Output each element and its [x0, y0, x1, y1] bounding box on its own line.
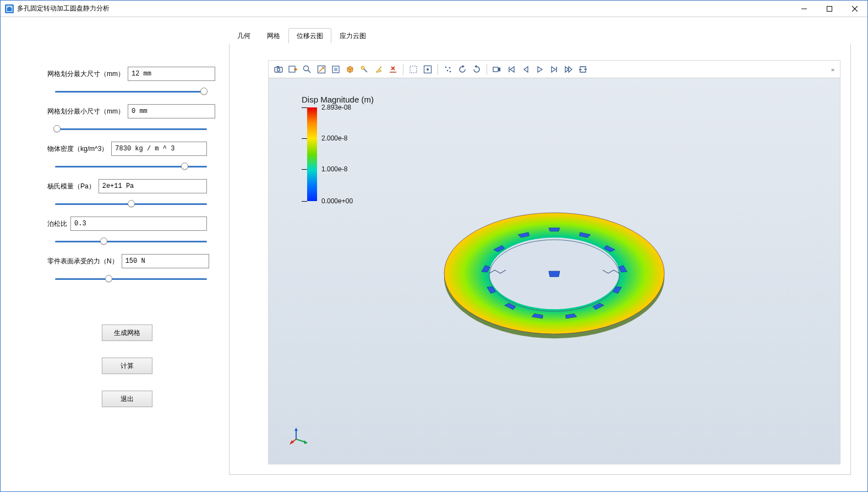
pointer-icon[interactable]: [358, 63, 371, 76]
loop-icon[interactable]: [576, 63, 589, 76]
svg-line-10: [308, 70, 311, 73]
tab-stress[interactable]: 应力云图: [331, 28, 374, 44]
record-icon[interactable]: [490, 63, 504, 76]
tab-geometry[interactable]: 几何: [229, 28, 259, 44]
tab-displacement[interactable]: 位移云图: [288, 28, 331, 44]
last-frame-icon[interactable]: [562, 63, 575, 76]
color-legend: Disp Magnitude (m): [302, 95, 374, 201]
fit-selection-icon[interactable]: [421, 63, 434, 76]
poisson-input[interactable]: [70, 217, 207, 231]
scatter-icon[interactable]: [441, 63, 455, 76]
result-canvas[interactable]: Disp Magnitude (m): [269, 78, 840, 464]
generate-mesh-button[interactable]: 生成网格: [102, 325, 152, 341]
density-slider[interactable]: [55, 161, 207, 171]
mesh-min-input[interactable]: [128, 104, 215, 118]
titlebar: 多孔固定转动加工圆盘静力分析: [1, 1, 867, 17]
rotate-ccw-icon[interactable]: [456, 63, 469, 76]
legend-t2: 2.000e-8: [321, 134, 347, 142]
svg-rect-7: [277, 66, 279, 67]
close-button[interactable]: [842, 1, 867, 17]
legend-min: 0.000e+00: [321, 197, 353, 205]
density-input[interactable]: [111, 142, 207, 156]
zoom-icon[interactable]: [301, 63, 314, 76]
youngs-label: 杨氏模量（Pa）: [47, 182, 95, 191]
prev-frame-icon[interactable]: [519, 63, 532, 76]
window-title: 多孔固定转动加工圆盘静力分析: [17, 4, 791, 13]
tab-mesh[interactable]: 网格: [259, 28, 288, 44]
mesh-max-input[interactable]: [128, 67, 215, 81]
legend-title: Disp Magnitude (m): [302, 95, 374, 104]
viewer-toolbar: »: [269, 61, 840, 78]
svg-rect-23: [493, 67, 498, 72]
mesh-min-label: 网格划分最小尺寸（mm）: [47, 107, 124, 116]
marquee-select-icon[interactable]: [407, 63, 420, 76]
delete-icon[interactable]: [386, 63, 400, 76]
svg-rect-2: [827, 6, 832, 11]
legend-max: 2.893e-08: [321, 104, 351, 111]
svg-point-20: [449, 67, 451, 68]
play-icon[interactable]: [533, 63, 547, 76]
svg-point-9: [304, 66, 309, 71]
svg-point-6: [277, 68, 280, 71]
mesh-min-slider[interactable]: [55, 124, 207, 134]
poisson-slider[interactable]: [55, 236, 207, 246]
next-frame-icon[interactable]: [548, 63, 561, 76]
box-orange-icon[interactable]: [343, 63, 357, 76]
force-label: 零件表面承受的力（N）: [47, 257, 118, 266]
result-tabs: 几何 网格 位移云图 应力云图: [229, 28, 851, 44]
svg-rect-13: [334, 68, 337, 71]
minimize-button[interactable]: [791, 1, 817, 17]
force-slider[interactable]: [55, 274, 207, 284]
svg-point-18: [427, 68, 429, 71]
maximize-button[interactable]: [817, 1, 842, 17]
svg-point-19: [445, 66, 447, 68]
pan-icon[interactable]: [329, 63, 342, 76]
compute-button[interactable]: 计算: [102, 358, 152, 374]
force-input[interactable]: [122, 254, 209, 268]
density-label: 物体密度（kg/m^3）: [47, 144, 108, 154]
mesh-max-label: 网格划分最大尺寸（mm）: [47, 69, 124, 79]
legend-t1: 1.000e-8: [321, 165, 347, 173]
clear-icon[interactable]: [372, 63, 385, 76]
toolbar-overflow-icon[interactable]: »: [831, 66, 837, 73]
camera-icon[interactable]: [272, 63, 285, 76]
rotate-cw-icon[interactable]: [470, 63, 483, 76]
svg-line-15: [379, 67, 381, 69]
exit-button[interactable]: 退出: [102, 391, 152, 407]
svg-point-22: [450, 71, 451, 72]
disc-render: [433, 196, 675, 352]
export-image-icon[interactable]: [286, 63, 299, 76]
poisson-label: 泊松比: [47, 219, 67, 229]
youngs-slider[interactable]: [55, 199, 207, 209]
mesh-max-slider[interactable]: [55, 86, 207, 96]
youngs-input[interactable]: [99, 179, 207, 193]
parameter-panel: 网格划分最大尺寸（mm） 网格划分最小尺寸（mm） 物体密度（kg/m^3） 杨…: [1, 17, 229, 491]
first-frame-icon[interactable]: [505, 63, 518, 76]
svg-rect-16: [410, 66, 417, 73]
app-icon: [5, 4, 14, 13]
zoom-window-icon[interactable]: [315, 63, 328, 76]
svg-point-21: [447, 69, 449, 71]
axis-triad-icon: [290, 426, 309, 447]
